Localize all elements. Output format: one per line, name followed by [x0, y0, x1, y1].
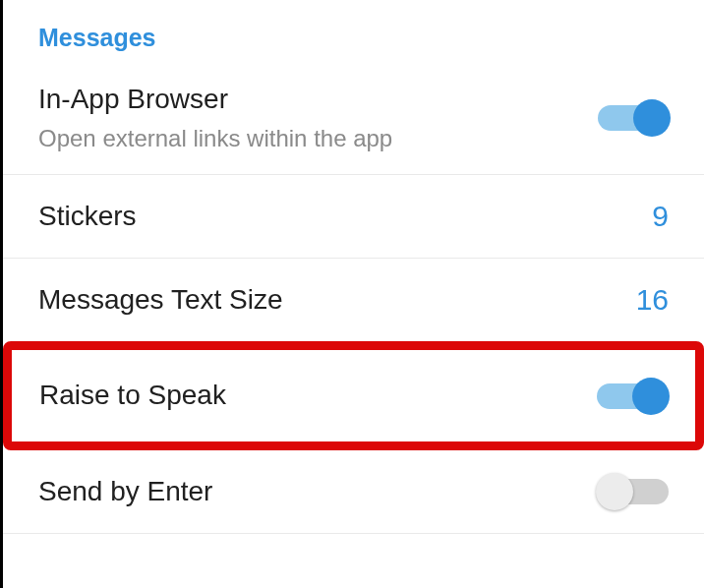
toggle-thumb — [633, 99, 671, 137]
row-left: In-App Browser Open external links withi… — [38, 82, 392, 154]
toggle-thumb — [596, 473, 633, 510]
text-size-title: Messages Text Size — [38, 282, 283, 318]
toggle-thumb — [632, 378, 670, 415]
stickers-title: Stickers — [38, 199, 137, 234]
in-app-browser-title: In-App Browser — [38, 82, 392, 117]
highlight-box: Raise to Speak — [3, 341, 704, 449]
send-by-enter-title: Send by Enter — [38, 474, 212, 509]
settings-messages-section: Messages In-App Browser Open external li… — [3, 0, 704, 534]
row-messages-text-size[interactable]: Messages Text Size 16 — [3, 259, 704, 341]
stickers-value: 9 — [652, 200, 669, 233]
row-send-by-enter[interactable]: Send by Enter — [3, 450, 704, 534]
row-raise-to-speak[interactable]: Raise to Speak — [12, 350, 695, 441]
in-app-browser-subtitle: Open external links within the app — [38, 123, 392, 153]
raise-to-speak-title: Raise to Speak — [39, 378, 226, 413]
section-header-messages: Messages — [3, 24, 704, 70]
row-in-app-browser[interactable]: In-App Browser Open external links withi… — [3, 70, 704, 175]
send-by-enter-toggle[interactable] — [598, 474, 669, 509]
raise-to-speak-toggle[interactable] — [597, 379, 668, 414]
row-stickers[interactable]: Stickers 9 — [3, 175, 704, 259]
in-app-browser-toggle[interactable] — [598, 100, 669, 136]
text-size-value: 16 — [636, 283, 669, 317]
